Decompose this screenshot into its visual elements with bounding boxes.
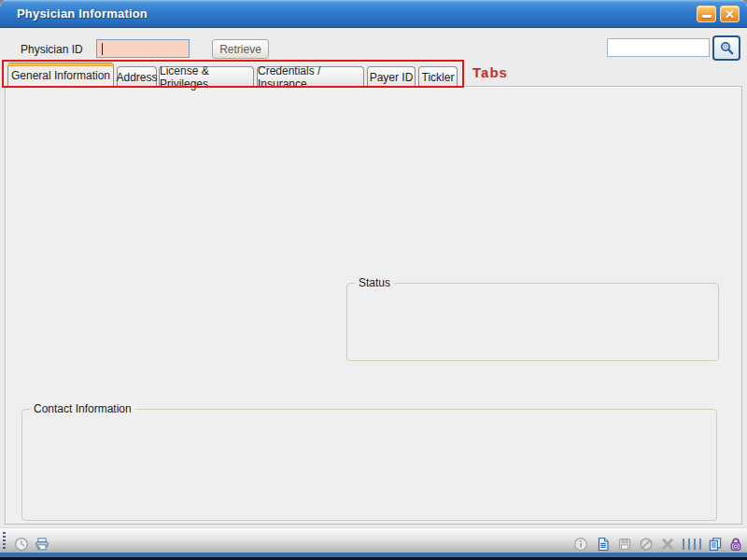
status-groupbox: Status xyxy=(346,283,719,361)
delete-button[interactable] xyxy=(659,536,675,552)
info-icon xyxy=(573,537,588,552)
security-lock-icon xyxy=(728,537,743,552)
copy-icon xyxy=(708,537,723,552)
contact-information-legend: Contact Information xyxy=(30,402,135,415)
clock-icon xyxy=(14,537,29,552)
new-record-button[interactable] xyxy=(595,536,611,552)
cancel-icon xyxy=(639,537,654,552)
tab-credentials-insurance[interactable]: Credentials / Insurance xyxy=(257,66,364,87)
separator-handle[interactable] xyxy=(680,536,704,552)
tab-payer-id[interactable]: Payer ID xyxy=(367,66,416,87)
close-button[interactable]: ✕ xyxy=(720,6,740,22)
statusbar xyxy=(0,527,747,553)
minimize-icon xyxy=(702,15,712,18)
separator-bars xyxy=(680,537,704,552)
contact-information-groupbox: Contact Information xyxy=(21,409,717,521)
copy-button[interactable] xyxy=(707,536,723,552)
tab-general-information[interactable]: General Information xyxy=(7,63,114,87)
window-title: Physician Information xyxy=(17,7,148,21)
close-icon: ✕ xyxy=(725,8,735,21)
delete-icon xyxy=(660,537,675,552)
cancel-button[interactable] xyxy=(638,536,654,552)
status-group-legend: Status xyxy=(355,276,394,289)
security-button[interactable] xyxy=(727,536,743,552)
search-input[interactable] xyxy=(607,38,710,57)
physician-id-input[interactable] xyxy=(96,39,190,58)
minimize-button[interactable] xyxy=(697,6,716,22)
save-button[interactable] xyxy=(616,536,632,552)
print-icon xyxy=(35,537,49,552)
retrieve-button[interactable]: Retrieve xyxy=(212,39,269,59)
tab-address[interactable]: Address xyxy=(117,66,157,87)
new-document-icon xyxy=(596,537,611,552)
titlebar[interactable]: Physician Information ✕ xyxy=(0,0,747,28)
search-button[interactable] xyxy=(712,35,740,61)
statusbar-grip[interactable] xyxy=(3,532,6,551)
save-icon xyxy=(617,537,632,552)
clock-button[interactable] xyxy=(13,536,29,552)
physician-information-window: Physician Information ✕ Physician ID Ret… xyxy=(0,0,747,560)
tab-tickler[interactable]: Tickler xyxy=(418,66,458,87)
tab-license-privileges[interactable]: License & Privileges xyxy=(159,66,254,87)
info-button[interactable] xyxy=(572,536,588,552)
physician-id-label: Physician ID xyxy=(21,43,83,56)
print-button[interactable] xyxy=(34,536,49,552)
magnifier-icon xyxy=(719,40,735,56)
tabs-annotation-label: Tabs xyxy=(472,64,508,80)
text-caret xyxy=(102,43,103,55)
